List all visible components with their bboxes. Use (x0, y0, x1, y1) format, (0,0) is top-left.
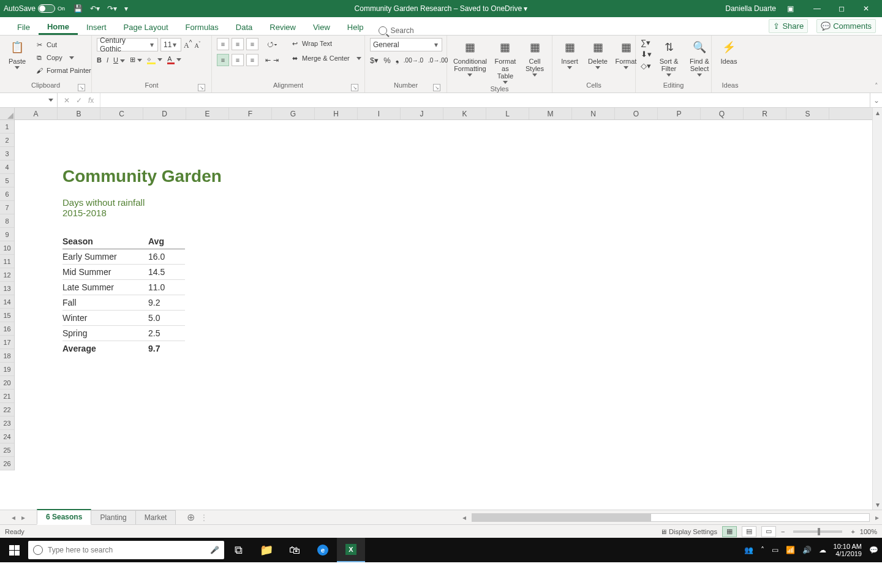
ribbon-display-options-icon[interactable]: ▣ (787, 4, 794, 13)
tray-overflow-icon[interactable]: ˄ (761, 546, 764, 554)
row-header[interactable]: 14 (0, 295, 14, 309)
column-header[interactable]: S (786, 108, 829, 119)
fx-icon[interactable]: fx (88, 96, 94, 105)
new-sheet-button[interactable]: ⊕ (181, 510, 200, 524)
sheet-tab-planting[interactable]: Planting (91, 510, 135, 524)
column-header[interactable]: N (572, 108, 615, 119)
row-header[interactable]: 10 (0, 241, 14, 255)
increase-indent-button[interactable]: ⇥ (273, 56, 279, 64)
cancel-formula-icon[interactable]: ✕ (64, 96, 70, 105)
scroll-down-icon[interactable]: ▾ (873, 500, 882, 510)
orientation-button[interactable]: ⭯▾ (267, 40, 277, 48)
italic-button[interactable]: I (107, 56, 108, 64)
format-cells-button[interactable]: ▦Format (614, 38, 638, 70)
font-dialog-launcher[interactable]: ↘ (198, 84, 205, 91)
file-explorer-button[interactable]: 📁 (252, 538, 281, 562)
tab-insert[interactable]: Insert (78, 19, 115, 35)
column-header[interactable]: O (615, 108, 658, 119)
action-center-icon[interactable]: 💬 (869, 546, 878, 554)
page-layout-view-button[interactable]: ▤ (742, 526, 756, 537)
taskbar-clock[interactable]: 10:10 AM 4/1/2019 (834, 543, 862, 557)
row-header[interactable]: 25 (0, 443, 14, 457)
decrease-indent-button[interactable]: ⇤ (265, 56, 271, 64)
tab-data[interactable]: Data (227, 19, 261, 35)
column-header[interactable]: L (486, 108, 529, 119)
maximize-button[interactable]: ◻ (829, 0, 854, 17)
row-header[interactable]: 20 (0, 376, 14, 390)
column-header[interactable]: P (658, 108, 701, 119)
wrap-text-button[interactable]: ↩Wrap Text (288, 38, 363, 49)
zoom-out-button[interactable]: − (781, 528, 785, 535)
next-sheet-button[interactable]: ▸ (21, 513, 25, 522)
tab-page-layout[interactable]: Page Layout (115, 19, 177, 35)
font-color-button[interactable]: A (167, 55, 181, 64)
sheet-tab-6-seasons[interactable]: 6 Seasons (37, 509, 91, 525)
merge-center-button[interactable]: ⬌Merge & Center (288, 53, 363, 64)
row-header[interactable]: 12 (0, 268, 14, 282)
align-center-button[interactable]: ≡ (232, 54, 244, 66)
row-header[interactable]: 11 (0, 255, 14, 268)
conditional-formatting-button[interactable]: ▦Conditional Formatting (452, 38, 488, 78)
column-header[interactable]: E (186, 108, 229, 119)
row-header[interactable]: 13 (0, 282, 14, 295)
tell-me-search[interactable]: Search (379, 26, 414, 35)
taskbar-search[interactable]: Type here to search 🎤 (28, 541, 224, 559)
fill-color-button[interactable]: ⟐ (147, 55, 162, 64)
delete-cells-button[interactable]: ▦Delete (586, 38, 610, 70)
scroll-up-icon[interactable]: ▴ (873, 108, 882, 118)
row-header[interactable]: 7 (0, 201, 14, 214)
sort-filter-button[interactable]: ⇅Sort & Filter (655, 38, 682, 78)
row-header[interactable]: 16 (0, 322, 14, 336)
battery-icon[interactable]: ▭ (772, 546, 778, 554)
copy-button[interactable]: ⧉Copy (33, 52, 92, 63)
row-header[interactable]: 5 (0, 174, 14, 187)
excel-button[interactable]: X (337, 538, 365, 562)
align-left-button[interactable]: ≡ (217, 54, 229, 66)
vertical-scrollbar[interactable]: ▴ ▾ (872, 108, 882, 510)
paste-button[interactable]: 📋 Paste (5, 38, 29, 70)
prev-sheet-button[interactable]: ◂ (12, 513, 15, 522)
find-select-button[interactable]: 🔍Find & Select (686, 38, 713, 78)
comments-button[interactable]: 💬 Comments (816, 19, 876, 33)
format-painter-button[interactable]: 🖌Format Painter (33, 65, 92, 76)
borders-button[interactable]: ⊞ (130, 56, 142, 64)
column-header[interactable]: R (744, 108, 786, 119)
column-header[interactable]: B (58, 108, 100, 119)
display-settings-button[interactable]: 🖥 Display Settings (660, 528, 717, 535)
row-header[interactable]: 6 (0, 187, 14, 201)
row-header[interactable]: 4 (0, 160, 14, 174)
volume-icon[interactable]: 🔊 (802, 546, 812, 554)
row-header[interactable]: 2 (0, 134, 14, 147)
row-header[interactable]: 26 (0, 457, 14, 470)
row-header[interactable]: 17 (0, 336, 14, 349)
clear-button[interactable]: ◇▾ (641, 61, 652, 70)
zoom-slider[interactable] (793, 530, 842, 533)
redo-icon[interactable]: ↷▾ (107, 4, 117, 13)
increase-decimal-button[interactable]: .00→.0 (404, 57, 423, 64)
tab-view[interactable]: View (304, 19, 339, 35)
percent-format-button[interactable]: % (383, 56, 391, 65)
edge-button[interactable]: e (309, 538, 337, 562)
user-name[interactable]: Daniella Duarte (725, 4, 776, 13)
format-as-table-button[interactable]: ▦Format as Table (492, 38, 519, 85)
row-header[interactable]: 19 (0, 363, 14, 376)
mic-icon[interactable]: 🎤 (210, 546, 219, 554)
start-button[interactable] (0, 538, 28, 562)
close-button[interactable]: ✕ (854, 0, 878, 17)
align-top-button[interactable]: ≡ (217, 38, 229, 50)
minimize-button[interactable]: — (805, 0, 829, 17)
share-button[interactable]: ⇪ Share (769, 19, 808, 33)
row-header[interactable]: 1 (0, 120, 14, 134)
align-bottom-button[interactable]: ≡ (246, 38, 258, 50)
cells-area[interactable]: Community Garden Days without rainfall 2… (15, 120, 872, 510)
tab-review[interactable]: Review (261, 19, 304, 35)
people-icon[interactable]: 👥 (744, 546, 753, 554)
column-header[interactable]: D (143, 108, 186, 119)
formula-bar[interactable] (100, 93, 870, 107)
column-header[interactable]: M (529, 108, 572, 119)
tab-file[interactable]: File (9, 19, 39, 35)
column-header[interactable]: I (358, 108, 401, 119)
tab-help[interactable]: Help (339, 19, 372, 35)
qat-customize-icon[interactable]: ▾ (124, 4, 128, 13)
row-header[interactable]: 3 (0, 147, 14, 160)
